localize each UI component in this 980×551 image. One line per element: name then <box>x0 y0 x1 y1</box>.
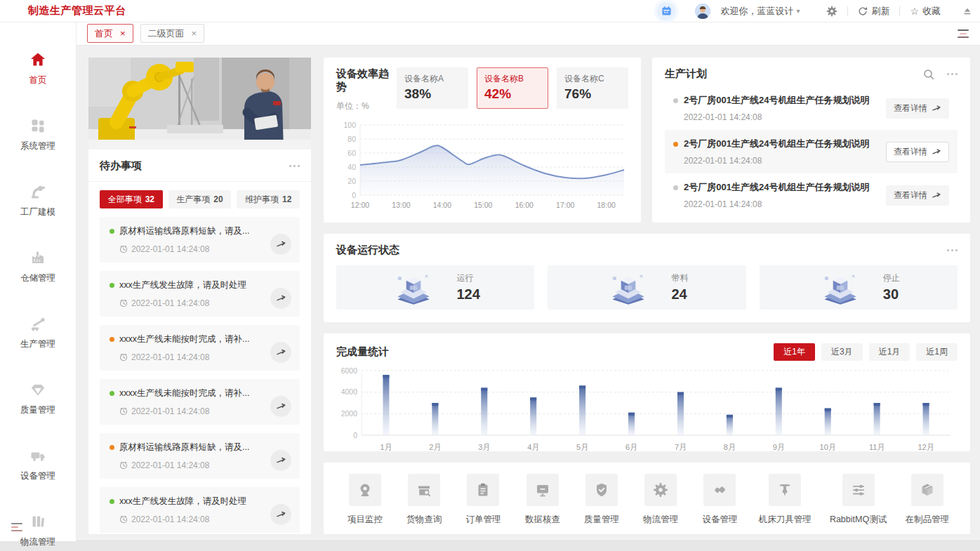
sidebar-item-quality[interactable]: 质量管理 <box>0 371 76 426</box>
monitor-icon <box>534 482 551 498</box>
settings-gear-button[interactable] <box>826 6 837 17</box>
link-label: 设备管理 <box>699 514 740 526</box>
link-goods-search[interactable]: 货物查询 <box>404 474 444 534</box>
link-project-monitor[interactable]: 项目监控 <box>345 474 385 534</box>
plan-list-item[interactable]: 2号厂房001生产线24号机组生产任务规划说明 2022-01-01 14:24… <box>665 86 958 130</box>
favorite-label: 收藏 <box>922 5 941 18</box>
todo-arrow-button[interactable] <box>270 450 291 471</box>
sidebar-collapse-icon[interactable] <box>11 523 22 531</box>
range-button[interactable]: 近3月 <box>821 343 863 361</box>
todo-arrow-button[interactable] <box>270 504 291 525</box>
link-order-management[interactable]: 订单管理 <box>463 474 503 534</box>
tabbar-menu-icon[interactable] <box>958 29 969 38</box>
user-avatar[interactable] <box>695 4 710 19</box>
view-detail-button[interactable]: 查看详情 <box>886 98 949 119</box>
arrow-right-icon <box>932 104 941 112</box>
sidebar-item-factory-modeling[interactable]: 工厂建模 <box>0 173 76 228</box>
page-tab[interactable]: 二级页面 × <box>140 24 205 43</box>
status-dot <box>673 185 678 190</box>
calendar-button[interactable] <box>657 2 675 20</box>
sidebar-item-production[interactable]: 生产管理 <box>0 305 76 360</box>
svg-text:2000: 2000 <box>341 409 358 418</box>
status-card[interactable]: 运行 124 <box>336 265 534 310</box>
todo-filter-chip[interactable]: 全部事项 32 <box>100 190 163 208</box>
plan-more-icon[interactable] <box>947 73 958 75</box>
todo-list-item[interactable]: 原材料运输线路原料短缺，请及... 2022-01-01 14:24:08 <box>100 217 300 263</box>
line-chart-svg: 02040608010012:0013:0014:0015:0016:0017:… <box>336 121 628 213</box>
view-detail-button[interactable]: 查看详情 <box>886 142 949 162</box>
sidebar-item-warehouse[interactable]: 仓储管理 <box>0 239 76 294</box>
sidebar-nav: 首页 系统管理 工厂建模 仓储管理 生产管理 <box>0 22 77 541</box>
close-icon[interactable]: × <box>192 28 197 39</box>
sidebar-item-equipment[interactable]: 设备管理 <box>0 437 76 492</box>
todo-list-item[interactable]: xxx生产线发生故障，请及时处理 2022-01-01 14:24:08 <box>100 271 300 317</box>
plan-list-item[interactable]: 2号厂房001生产线24号机组生产任务规划说明 2022-01-01 14:24… <box>665 130 958 173</box>
left-column: 待办事项 全部事项 32 生产事项 20 维护事项 <box>88 58 311 534</box>
arrow-right-icon <box>932 147 941 156</box>
efficiency-line-chart: 02040608010012:0013:0014:0015:0016:0017:… <box>336 121 628 213</box>
todo-list-item[interactable]: xxxx生产线未能按时完成，请补... 2022-01-01 14:24:08 <box>100 325 300 371</box>
svg-text:0: 0 <box>352 191 356 199</box>
svg-text:12:00: 12:00 <box>351 201 369 209</box>
link-data-check[interactable]: 数据核查 <box>522 474 563 534</box>
cube-icon <box>919 482 936 498</box>
box-search-icon <box>416 482 432 498</box>
link-logistics-management[interactable]: 物流管理 <box>640 474 681 534</box>
sidebar-item-home[interactable]: 首页 <box>0 41 76 96</box>
clock-icon <box>119 353 128 361</box>
view-detail-button[interactable]: 查看详情 <box>886 185 949 206</box>
plan-list-item[interactable]: 2号厂房001生产线24号机组生产任务规划说明 2022-01-01 14:24… <box>665 173 958 217</box>
svg-text:2月: 2月 <box>429 443 441 451</box>
refresh-label: 刷新 <box>871 5 889 18</box>
link-rabbitmq-test[interactable]: RabbitMQ测试 <box>830 474 887 534</box>
svg-text:16:00: 16:00 <box>515 201 534 209</box>
page-tab[interactable]: 首页 × <box>87 24 133 43</box>
status-card[interactable]: 停止 30 <box>760 265 958 310</box>
todo-filter-chip[interactable]: 生产事项 20 <box>168 190 232 208</box>
refresh-button[interactable]: 刷新 <box>858 5 889 18</box>
status-cards: 运行 124 <box>336 265 958 310</box>
diamond-icon <box>29 381 47 398</box>
svg-text:17:00: 17:00 <box>556 201 574 209</box>
filter-label: 生产事项 <box>176 194 210 206</box>
device-card[interactable]: 设备名称C 76% <box>557 67 628 109</box>
svg-text:12月: 12月 <box>918 443 934 451</box>
robot-arm-icon <box>29 183 46 200</box>
svg-text:15:00: 15:00 <box>474 201 492 209</box>
device-card[interactable]: 设备名称B 42% <box>477 67 548 109</box>
link-equipment-management[interactable]: 设备管理 <box>699 474 740 534</box>
todo-more-icon[interactable] <box>289 165 300 167</box>
close-icon[interactable]: × <box>120 28 126 39</box>
search-icon[interactable] <box>923 69 934 80</box>
svg-text:80: 80 <box>347 135 356 143</box>
link-machine-tool-management[interactable]: 机床刀具管理 <box>759 474 812 534</box>
todo-arrow-button[interactable] <box>270 288 291 309</box>
link-quality-management[interactable]: 质量管理 <box>581 474 622 534</box>
link-wip-management[interactable]: 在制品管理 <box>905 474 949 534</box>
clock-icon <box>119 461 128 470</box>
status-card[interactable]: 带料 24 <box>548 265 746 310</box>
range-button[interactable]: 近1周 <box>916 343 958 361</box>
tab-label: 首页 <box>95 27 113 40</box>
todo-item-time: 2022-01-01 14:24:08 <box>131 460 209 470</box>
sidebar-item-system[interactable]: 系统管理 <box>0 107 76 162</box>
todo-list-item[interactable]: 原材料运输线路原料短缺，请及... 2022-01-01 14:24:08 <box>100 433 300 479</box>
plan-item-title: 2号厂房001生产线24号机组生产任务规划说明 <box>684 181 869 194</box>
todo-list-item[interactable]: xxxx生产线未能按时完成，请补... 2022-01-01 14:24:08 <box>100 379 300 425</box>
range-button[interactable]: 近1年 <box>774 343 815 361</box>
todo-filter-chip[interactable]: 维护事项 12 <box>237 190 300 208</box>
todo-arrow-button[interactable] <box>270 342 291 363</box>
eject-button[interactable] <box>963 7 972 15</box>
efficiency-panel-title: 设备效率趋势 <box>336 67 397 94</box>
favorite-button[interactable]: ☆ 收藏 <box>910 5 941 18</box>
user-menu[interactable]: 欢迎你，蓝蓝设计 ▾ <box>720 5 800 18</box>
todo-arrow-button[interactable] <box>270 234 291 255</box>
todo-arrow-button[interactable] <box>270 396 291 417</box>
device-value: 76% <box>564 86 621 102</box>
filter-count: 12 <box>282 194 291 204</box>
svg-text:60: 60 <box>347 149 356 157</box>
range-button[interactable]: 近1月 <box>869 343 911 361</box>
device-card[interactable]: 设备名称A 38% <box>397 67 468 109</box>
todo-list-item[interactable]: xxx生产线发生故障，请及时处理 2022-01-01 14:24:08 <box>100 487 300 533</box>
status-more-icon[interactable] <box>947 249 958 251</box>
